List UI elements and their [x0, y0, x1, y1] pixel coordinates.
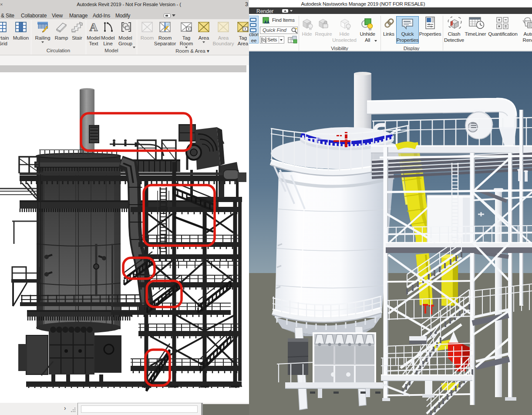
svg-text:A: A — [90, 21, 98, 33]
